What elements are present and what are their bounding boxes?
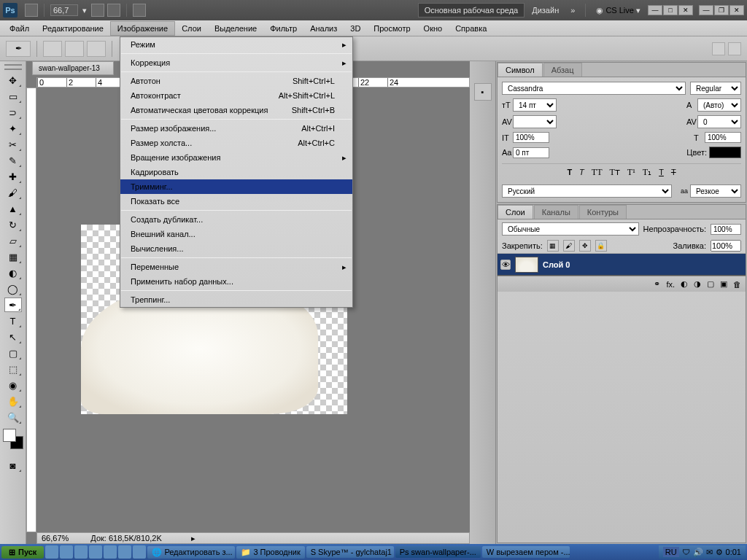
baseline-input[interactable]: [513, 147, 549, 158]
tray-icon[interactable]: ⚙: [716, 548, 723, 557]
gradient-tool[interactable]: ▦: [4, 249, 22, 264]
crop-tool[interactable]: ✂: [4, 137, 22, 152]
workspace-button[interactable]: Основная рабочая среда: [418, 3, 525, 18]
path-select-tool[interactable]: ↖: [4, 330, 22, 344]
color-swatches[interactable]: [3, 429, 23, 449]
blur-tool[interactable]: ◐: [4, 265, 22, 280]
menu-layers[interactable]: Слои: [175, 22, 208, 35]
fill-mode-icon[interactable]: [87, 41, 106, 57]
bold-icon[interactable]: T: [567, 167, 572, 178]
superscript-icon[interactable]: T¹: [627, 167, 635, 178]
quicklaunch-icon[interactable]: [133, 545, 146, 559]
cs-live-button[interactable]: ◉ CS Live ▾: [592, 6, 645, 15]
lock-all-icon[interactable]: 🔒: [595, 240, 607, 252]
healing-tool[interactable]: ✚: [4, 169, 22, 184]
stamp-tool[interactable]: ▲: [4, 201, 22, 216]
type-tool[interactable]: T: [4, 314, 22, 328]
menu-filter[interactable]: Фильтр: [263, 22, 303, 35]
fill-input[interactable]: [711, 240, 741, 252]
font-family-select[interactable]: Cassandra: [502, 82, 686, 95]
bridge-icon[interactable]: [25, 4, 38, 17]
menu-duplicate[interactable]: Создать дубликат...: [120, 212, 352, 227]
tray-icon[interactable]: 🛡: [682, 548, 690, 556]
smallcaps-icon[interactable]: Tᴛ: [610, 167, 620, 178]
menu-variables[interactable]: Переменные▸: [120, 260, 352, 274]
tab-character[interactable]: Символ: [498, 63, 543, 77]
leading-select[interactable]: (Авто): [697, 98, 741, 112]
marquee-tool[interactable]: ▭: [4, 89, 22, 104]
tracking-select[interactable]: 0: [697, 115, 741, 128]
menu-adjustments[interactable]: Коррекция▸: [120, 55, 352, 70]
doc-minimize-icon[interactable]: —: [699, 5, 713, 15]
menu-window[interactable]: Окно: [417, 22, 449, 35]
quicklaunch-icon[interactable]: [60, 545, 73, 559]
3d-tool[interactable]: ⬚: [4, 362, 22, 376]
font-style-select[interactable]: Regular: [690, 82, 741, 95]
lang-indicator[interactable]: RU: [663, 547, 679, 557]
maximize-icon[interactable]: □: [663, 5, 678, 15]
document-tab[interactable]: swan-wallpaper-13: [32, 61, 114, 75]
menu-canvassize[interactable]: Размер холста...Alt+Ctrl+C: [120, 136, 352, 150]
minimize-icon[interactable]: —: [648, 5, 662, 15]
minibridge-icon[interactable]: ▪: [474, 83, 492, 101]
status-zoom[interactable]: 66,67%: [42, 534, 69, 542]
menu-autotone[interactable]: АвтотонShift+Ctrl+L: [120, 74, 352, 88]
clock[interactable]: 0:01: [726, 548, 741, 556]
status-docsize[interactable]: Док: 618,5K/810,2K: [90, 534, 161, 542]
menu-revealall[interactable]: Показать все: [120, 194, 352, 209]
tray-icon[interactable]: ✉: [706, 548, 713, 557]
task-photoshop[interactable]: Psswan-wallpaper-...: [395, 546, 481, 558]
quickmask-tool[interactable]: ◙: [4, 458, 22, 472]
menu-applyimage[interactable]: Внешний канал...: [120, 227, 352, 241]
task-word[interactable]: Wвырезаем пером -...: [482, 546, 570, 558]
eraser-tool[interactable]: ▱: [4, 233, 22, 248]
layer-name[interactable]: Слой 0: [543, 260, 570, 269]
allcaps-icon[interactable]: TT: [592, 167, 603, 178]
blend-mode-select[interactable]: Обычные: [502, 222, 639, 236]
start-button[interactable]: ⊞Пуск: [1, 546, 44, 559]
font-size-select[interactable]: 14 пт: [513, 98, 557, 112]
menu-analysis[interactable]: Анализ: [303, 22, 344, 35]
collapse-icon[interactable]: [4, 64, 22, 70]
menu-imagesize[interactable]: Размер изображения...Alt+Ctrl+I: [120, 121, 352, 136]
strike-icon[interactable]: T: [671, 167, 676, 178]
doc-close-icon[interactable]: ✕: [729, 5, 744, 15]
hand-tool[interactable]: ✋: [4, 394, 22, 408]
lasso-tool[interactable]: ⊃: [4, 105, 22, 120]
history-brush-tool[interactable]: ↻: [4, 217, 22, 232]
tab-paths[interactable]: Контуры: [579, 205, 627, 219]
text-color-swatch[interactable]: [709, 147, 741, 158]
task-chrome[interactable]: 🌐Редактировать з...: [147, 546, 235, 559]
task-explorer[interactable]: 📁3 Проводник: [236, 546, 304, 559]
move-tool[interactable]: ✥: [4, 73, 22, 88]
3d-camera-tool[interactable]: ◉: [4, 378, 22, 392]
quicklaunch-icon[interactable]: [118, 545, 131, 559]
menu-mode[interactable]: Режим▸: [120, 37, 352, 52]
collapsed-panel-strip[interactable]: ▪: [470, 61, 496, 544]
task-skype[interactable]: SSkype™ - gylchataj1: [306, 546, 394, 558]
pen-tool[interactable]: ✒: [4, 298, 22, 312]
quicklaunch-icon[interactable]: [45, 545, 58, 559]
hscale-input[interactable]: [705, 132, 741, 143]
fx-icon[interactable]: fx.: [666, 280, 675, 289]
adjustment-icon[interactable]: ◑: [694, 279, 701, 289]
menu-3d[interactable]: 3D: [344, 22, 367, 35]
design-workspace[interactable]: Дизайн: [527, 6, 563, 15]
layer-row[interactable]: 👁 Слой 0: [498, 254, 746, 276]
menu-trim[interactable]: Тримминг...: [120, 179, 352, 194]
extras-icon[interactable]: [133, 4, 146, 17]
opt-icon-b[interactable]: [728, 42, 741, 55]
shape-mode-icon[interactable]: [65, 41, 84, 57]
system-tray[interactable]: RU 🛡 🔊 ✉ ⚙ 0:01: [659, 545, 746, 559]
tray-icon[interactable]: 🔊: [693, 548, 703, 557]
screen-mode-icon[interactable]: [107, 4, 120, 17]
tool-preset-icon[interactable]: ✒: [6, 41, 31, 57]
path-mode-icon[interactable]: [43, 41, 62, 57]
quicklaunch-icon[interactable]: [104, 545, 117, 559]
link-icon[interactable]: ⚭: [654, 279, 660, 289]
menu-file[interactable]: Файл: [3, 22, 36, 35]
layer-thumbnail[interactable]: [515, 257, 538, 273]
doc-restore-icon[interactable]: ❐: [714, 5, 729, 15]
fg-color-swatch[interactable]: [3, 429, 16, 442]
tab-paragraph[interactable]: Абзац: [543, 63, 582, 77]
